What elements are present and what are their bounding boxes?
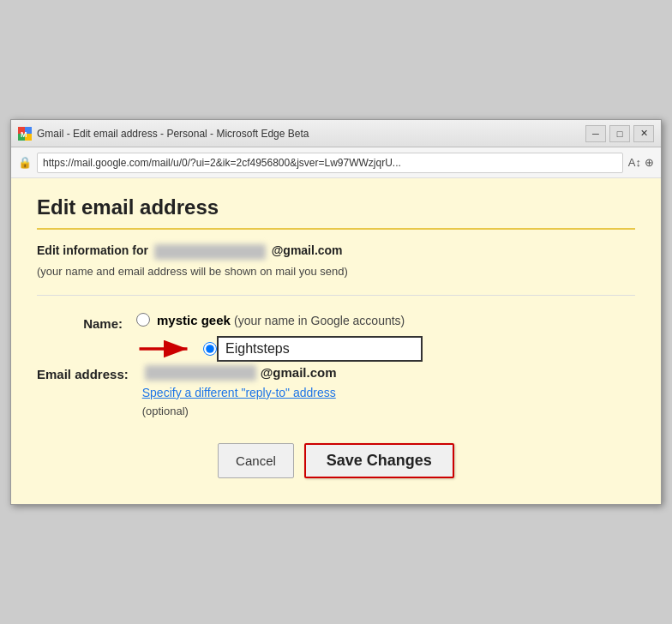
titlebar: M Gmail - Edit email address - Personal … — [11, 120, 661, 147]
red-arrow-svg — [136, 336, 196, 362]
addressbar: 🔒 A↕ ⊕ — [11, 147, 661, 178]
window-title: Gmail - Edit email address - Personal - … — [37, 128, 585, 140]
close-button[interactable]: ✕ — [633, 125, 654, 142]
dialog-title: Edit email address — [37, 195, 635, 230]
zoom-icon[interactable]: ⊕ — [645, 156, 654, 169]
reply-to-link[interactable]: Specify a different "reply-to" address — [142, 386, 337, 399]
url-input[interactable] — [37, 153, 623, 173]
email-domain-display: @gmail.com — [261, 365, 337, 380]
name-option-custom[interactable] — [136, 336, 423, 362]
name-options: mystic geek (your name in Google account… — [136, 313, 423, 362]
blurred-username — [154, 244, 266, 260]
cancel-button[interactable]: Cancel — [218, 443, 294, 478]
email-label: Email address: — [37, 365, 129, 381]
addressbar-icons: A↕ ⊕ — [628, 156, 654, 169]
lock-icon: 🔒 — [18, 156, 32, 169]
email-display: @gmail.com — [142, 365, 337, 381]
window-controls: ─ □ ✕ — [585, 125, 654, 142]
save-changes-button[interactable]: Save Changes — [304, 443, 454, 478]
gmail-favicon: M — [18, 127, 32, 141]
email-content: @gmail.com Specify a different "reply-to… — [142, 365, 337, 417]
divider — [37, 295, 635, 296]
radio-custom[interactable] — [203, 342, 217, 356]
maximize-button[interactable]: □ — [609, 125, 630, 142]
browser-window: M Gmail - Edit email address - Personal … — [10, 119, 662, 504]
svg-text:M: M — [21, 129, 27, 138]
arrow-indicator — [136, 336, 196, 362]
edit-info-label: Edit information for — [37, 243, 148, 257]
radio-google[interactable] — [136, 313, 150, 327]
custom-name-input[interactable] — [217, 336, 423, 362]
email-domain: @gmail.com — [272, 243, 343, 257]
email-row: Email address: @gmail.com Specify a diff… — [37, 365, 635, 417]
google-name-note: (your name in Google accounts) — [234, 314, 405, 327]
reader-icon[interactable]: A↕ — [628, 156, 641, 169]
name-label: Name: — [37, 313, 123, 331]
google-name-label: mystic geek (your name in Google account… — [157, 313, 405, 327]
dialog-body: Edit email address Edit information for … — [11, 178, 661, 503]
name-row: Name: mystic geek (your name in Google a… — [37, 313, 635, 362]
sub-text: (your name and email address will be sho… — [37, 265, 635, 278]
optional-note: (optional) — [142, 405, 337, 417]
name-option-google[interactable]: mystic geek (your name in Google account… — [136, 313, 423, 327]
blurred-email — [145, 365, 256, 381]
edit-info-line: Edit information for @gmail.com — [37, 243, 635, 259]
minimize-button[interactable]: ─ — [585, 125, 606, 142]
button-row: Cancel Save Changes — [37, 443, 635, 478]
